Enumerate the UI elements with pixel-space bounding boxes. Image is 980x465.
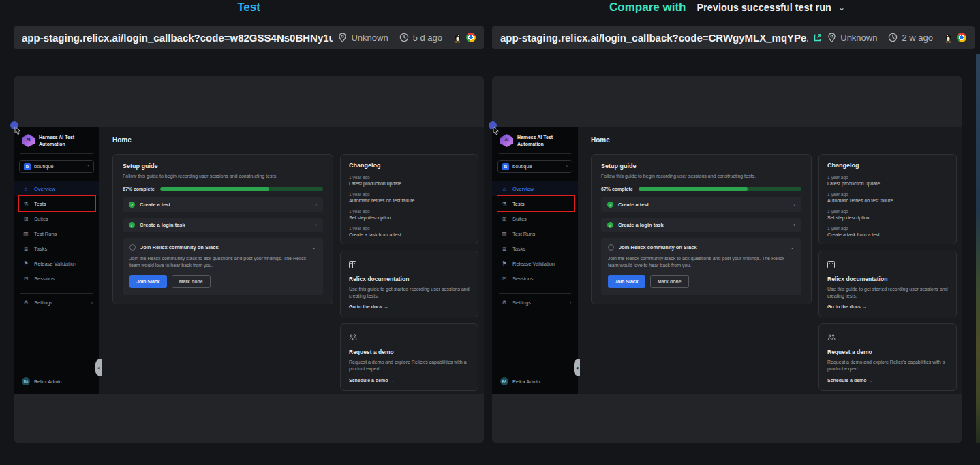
unchecked-circle-icon (608, 244, 614, 251)
changelog-entry: 1 year ago Set step description (827, 209, 948, 220)
progress-bar (160, 187, 323, 191)
user-name: Relicx Admin (34, 379, 61, 384)
docs-body: Use this guide to get started recording … (349, 286, 470, 300)
columns-icon: ▥ (22, 231, 29, 237)
progress-label: 67% complete (601, 187, 633, 191)
project-badge: B (502, 163, 509, 170)
clock-icon (399, 33, 409, 42)
chevron-right-icon: › (91, 300, 93, 305)
app-screenshot[interactable]: Harness AI Test Automation B boutique › … (492, 127, 962, 394)
changelog-entry: 1 year ago Create a task from a test (349, 226, 470, 237)
setup-task-create-test: ✓ Create a test › (123, 197, 323, 212)
unchecked-circle-icon (129, 244, 136, 251)
gear-icon: ⚙ (501, 300, 508, 306)
sidebar-item-label: Settings (34, 300, 52, 306)
docs-card: Relicx documentation Use this guide to g… (818, 251, 957, 317)
click-position-marker (10, 121, 24, 139)
sidebar-collapse-handle: ◀ (574, 359, 580, 376)
home-icon: ⌂ (501, 186, 508, 192)
compare-view: Test Compare with Previous successful te… (0, 0, 980, 465)
test-screenshot-panel[interactable]: Harness AI Test Automation B boutique › … (14, 76, 484, 443)
flag-icon: ⚑ (22, 261, 29, 267)
setup-guide-title: Setup guide (601, 163, 801, 170)
external-link-icon[interactable] (813, 33, 822, 42)
chevron-right-icon: › (793, 222, 795, 228)
app-screenshot[interactable]: Harness AI Test Automation B boutique › … (14, 127, 484, 394)
project-selector: B boutique › (19, 160, 94, 173)
page-title: Home (591, 136, 957, 144)
app-main: Home Setup guide Follow this guide to be… (578, 127, 962, 394)
chevron-right-icon: › (793, 202, 795, 208)
sidebar-item-tasks: ≣ Tasks (14, 241, 99, 256)
check-circle-icon: ✓ (607, 222, 613, 228)
sidebar-item-label: Overview (512, 186, 534, 192)
docs-card: Relicx documentation Use this guide to g… (340, 251, 478, 317)
adjacent-panel-edge (976, 54, 980, 443)
collapse-arrow-icon: ◀ (576, 366, 579, 370)
project-badge: B (24, 163, 31, 170)
location-pin-icon (827, 33, 836, 43)
docs-title: Relicx documentation (349, 276, 470, 283)
sidebar-item-label: Settings (512, 300, 531, 306)
docs-title: Relicx documentation (827, 276, 948, 283)
gear-icon: ⚙ (22, 300, 29, 306)
project-selector: B boutique › (497, 160, 572, 173)
click-position-marker (489, 121, 502, 139)
user-row: RA Relicx Admin (492, 377, 578, 394)
docs-icon (827, 261, 835, 268)
docs-body: Use this guide to get started recording … (827, 286, 948, 300)
linux-os-icon (453, 33, 462, 43)
join-slack-header: Join Relicx community on Slack ⌄ (129, 244, 316, 251)
user-row: RA Relicx Admin (14, 377, 99, 394)
sidebar-item-label: Overview (34, 186, 55, 192)
chevron-down-icon: ⌄ (311, 244, 316, 251)
project-name: boutique (34, 163, 54, 170)
avatar: RA (500, 377, 508, 385)
page-title: Home (112, 136, 478, 144)
divider (20, 153, 93, 154)
sidebar-nav: ⌂ Overview ⚗ Tests ⊞ Suites ▥ Test Runs (492, 181, 578, 310)
demo-title: Request a demo (827, 349, 948, 355)
setup-task-create-login-task: ✓ Create a login task › (123, 218, 323, 232)
red-annotation-box (18, 195, 96, 212)
sidebar-item-test-runs: ▥ Test Runs (14, 226, 99, 241)
join-slack-description: Join the Relicx community slack to ask q… (608, 255, 795, 269)
age-label: 5 d ago (413, 33, 442, 43)
chevron-right-icon: › (87, 163, 89, 170)
test-column-title: Test (14, 1, 484, 14)
flask-icon: ⚗ (22, 201, 29, 207)
sidebar-item-label: Release Validation (512, 261, 555, 267)
demo-body: Request a demo and explore Relicx's capa… (827, 359, 948, 372)
sidebar-item-label: Sessions (512, 276, 533, 282)
people-icon (349, 334, 357, 341)
sidebar-collapse-handle: ◀ (95, 359, 102, 376)
sidebar-item-tasks: ≣ Tasks (492, 241, 578, 256)
demo-body: Request a demo and explore Relicx's capa… (349, 359, 470, 372)
url-text: app-staging.relicx.ai/login_callback?cod… (22, 32, 333, 44)
compare-run-dropdown[interactable]: Previous successful test run ⌄ (696, 2, 845, 13)
check-circle-icon: ✓ (129, 202, 135, 208)
setup-task-join-slack: Join Relicx community on Slack ⌄ Join th… (601, 238, 801, 295)
changelog-card: Changelog 1 year ago Latest production u… (340, 154, 478, 244)
url-bar-left[interactable]: app-staging.relicx.ai/login_callback?cod… (14, 26, 484, 49)
compare-screenshot-panel[interactable]: Harness AI Test Automation B boutique › … (492, 76, 962, 443)
chevron-right-icon: › (315, 222, 317, 228)
progress-row: 67% complete (123, 187, 323, 191)
demo-card: Request a demo Request a demo and explor… (818, 323, 957, 390)
sidebar-item-overview: ⌂ Overview (492, 181, 578, 196)
brand-name: Harness AI Test Automation (39, 134, 87, 147)
changelog-entry: 1 year ago Create a task from a test (827, 226, 948, 237)
chevron-right-icon: › (570, 300, 571, 305)
setup-task-create-test: ✓ Create a test › (601, 197, 801, 212)
url-bar-right[interactable]: app-staging.relicx.ai/login_callback?cod… (492, 26, 975, 49)
demo-link: Schedule a demo → (827, 378, 948, 383)
project-name: boutique (512, 163, 532, 170)
setup-task-create-login-task: ✓ Create a login task › (601, 218, 801, 232)
demo-title: Request a demo (349, 349, 470, 355)
check-circle-icon: ✓ (129, 222, 135, 228)
video-icon: ⊡ (501, 276, 508, 282)
changelog-card: Changelog 1 year ago Latest production u… (818, 154, 957, 244)
chrome-browser-icon (957, 33, 966, 42)
setup-guide-subtitle: Follow this guide to begin recording use… (601, 174, 801, 178)
sidebar-item-tests: ⚗ Tests (14, 196, 99, 211)
